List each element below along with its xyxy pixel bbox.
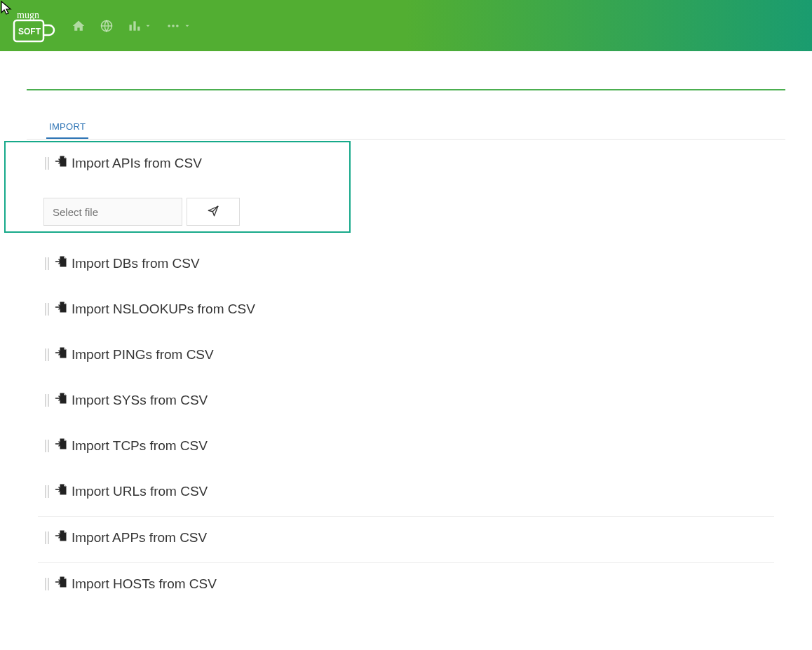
svg-rect-6	[137, 26, 140, 30]
import-panel-apis: Import APIs from CSV	[38, 142, 774, 243]
file-import-icon	[55, 576, 67, 592]
panel-header-nslookups[interactable]: Import NSLOOKUPs from CSV	[43, 301, 774, 317]
svg-marker-15	[65, 439, 67, 441]
file-import-icon	[55, 301, 67, 317]
svg-point-7	[168, 25, 170, 27]
tab-import[interactable]: IMPORT	[46, 117, 88, 139]
file-import-icon	[55, 392, 67, 408]
import-panel-tcps: Import TCPs from CSV	[38, 425, 774, 470]
nav-icons	[72, 19, 191, 33]
import-panel-pings: Import PINGs from CSV	[38, 334, 774, 379]
file-import-icon	[55, 155, 67, 171]
import-panel-dbs: Import DBs from CSV	[38, 243, 774, 288]
panel-header-apps[interactable]: Import APPs from CSV	[43, 529, 774, 546]
drag-handle[interactable]	[43, 394, 50, 407]
svg-text:SOFT: SOFT	[18, 27, 41, 36]
panel-title: Import DBs from CSV	[72, 256, 200, 271]
panel-header-apis[interactable]: Import APIs from CSV	[43, 155, 774, 171]
chevron-down-icon	[144, 22, 151, 29]
file-import-icon	[55, 255, 67, 271]
import-panel-urls: Import URLs from CSV	[38, 470, 774, 516]
file-import-icon	[55, 483, 67, 499]
panel-title: Import PINGs from CSV	[72, 347, 214, 363]
panel-header-syss[interactable]: Import SYSs from CSV	[43, 392, 774, 408]
svg-rect-5	[133, 21, 135, 30]
svg-marker-17	[65, 531, 67, 533]
nav-charts[interactable]	[128, 19, 151, 33]
drag-handle[interactable]	[43, 485, 50, 498]
nav-home[interactable]	[72, 19, 86, 33]
upload-submit-button[interactable]	[187, 198, 240, 226]
file-import-icon	[55, 438, 67, 454]
svg-point-9	[176, 25, 179, 27]
panel-title: Import NSLOOKUPs from CSV	[72, 302, 255, 317]
home-icon	[72, 19, 86, 33]
svg-marker-16	[65, 485, 67, 487]
import-panels: Import APIs from CSVImport DBs from CSVI…	[27, 140, 785, 609]
svg-marker-18	[65, 577, 67, 579]
panel-header-dbs[interactable]: Import DBs from CSV	[43, 255, 774, 271]
svg-marker-13	[65, 348, 67, 350]
svg-marker-12	[65, 302, 67, 304]
drag-handle[interactable]	[43, 348, 50, 361]
tabstrip: IMPORT	[27, 117, 785, 140]
nav-more[interactable]	[165, 19, 191, 33]
svg-marker-14	[65, 393, 67, 395]
panel-header-hosts[interactable]: Import HOSTs from CSV	[43, 576, 774, 592]
import-panel-apps: Import APPs from CSV	[38, 517, 774, 562]
panel-title: Import TCPs from CSV	[72, 438, 208, 454]
panel-header-tcps[interactable]: Import TCPs from CSV	[43, 438, 774, 454]
select-file-input[interactable]	[43, 198, 182, 226]
import-panel-hosts: Import HOSTs from CSV	[38, 563, 774, 609]
send-icon	[207, 205, 219, 219]
panel-title: Import HOSTs from CSV	[72, 576, 217, 592]
drag-handle[interactable]	[43, 440, 50, 452]
drag-handle[interactable]	[43, 157, 50, 170]
file-import-icon	[55, 529, 67, 546]
nav-globe[interactable]	[100, 19, 114, 33]
brand-logo[interactable]: mugn SOFT	[10, 6, 56, 46]
svg-rect-4	[130, 25, 132, 30]
file-import-icon	[55, 346, 67, 363]
page-content: IMPORT Import APIs from CSVImport DBs fr…	[0, 89, 812, 609]
drag-handle[interactable]	[43, 578, 50, 590]
svg-text:mugn: mugn	[17, 10, 39, 20]
panel-title: Import APPs from CSV	[72, 530, 207, 546]
topbar: mugn SOFT	[0, 0, 812, 51]
panel-title: Import SYSs from CSV	[72, 393, 208, 408]
svg-point-8	[172, 25, 175, 27]
svg-marker-10	[65, 156, 67, 158]
drag-handle[interactable]	[43, 531, 50, 544]
drag-handle[interactable]	[43, 257, 50, 270]
panel-title: Import URLs from CSV	[72, 484, 208, 499]
panel-header-pings[interactable]: Import PINGs from CSV	[43, 346, 774, 363]
drag-handle[interactable]	[43, 303, 50, 316]
import-panel-syss: Import SYSs from CSV	[38, 379, 774, 425]
more-icon	[165, 19, 181, 33]
svg-marker-11	[65, 257, 67, 259]
panel-header-urls[interactable]: Import URLs from CSV	[43, 483, 774, 499]
panel-title: Import APIs from CSV	[72, 156, 202, 171]
globe-icon	[100, 19, 114, 33]
chevron-down-icon	[184, 22, 191, 29]
bar-chart-icon	[128, 19, 142, 33]
import-panel-nslookups: Import NSLOOKUPs from CSV	[38, 288, 774, 334]
upload-row	[43, 198, 774, 226]
divider-rule	[27, 89, 785, 90]
